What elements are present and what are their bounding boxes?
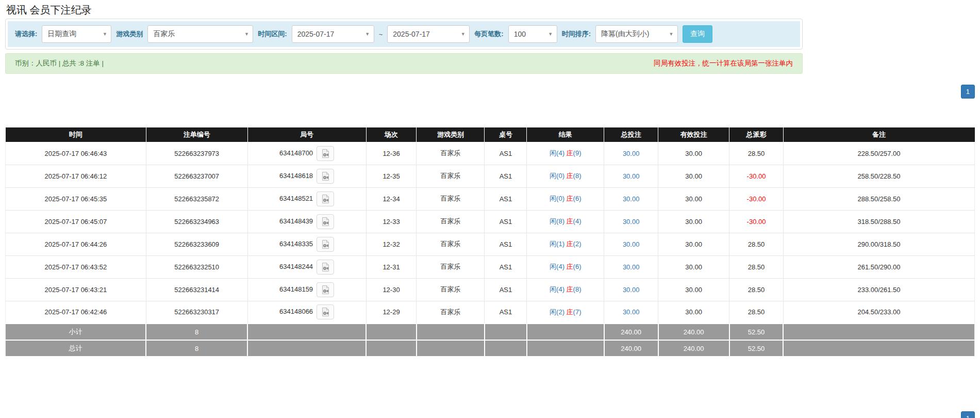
- subtotal-total-bet: 240.00: [604, 324, 658, 340]
- round-video-button[interactable]: [317, 282, 334, 297]
- total-bet-link[interactable]: 30.00: [623, 286, 640, 294]
- video-file-icon: [321, 239, 330, 249]
- round-video-button[interactable]: [317, 146, 334, 161]
- time-sort-select[interactable]: 降冪(由大到小) ▼: [595, 25, 678, 43]
- total-bet-link[interactable]: 30.00: [623, 240, 640, 248]
- table-row: 2025-07-17 06:43:52 522663232510 6341482…: [6, 255, 975, 278]
- subtotal-row: 小计 8 240.00 240.00 52.50: [6, 324, 975, 340]
- total-valid-bet: 240.00: [658, 340, 729, 357]
- date-to-value: 2025-07-17: [393, 30, 430, 38]
- total-bet-link[interactable]: 30.00: [623, 218, 640, 226]
- payout-cell: -30.00: [729, 165, 784, 187]
- session-cell: 12-30: [366, 278, 417, 301]
- round-id-cell: 634148159: [247, 278, 366, 301]
- total-label: 总计: [6, 340, 146, 357]
- date-from-select[interactable]: 2025-07-17 ▼: [292, 25, 374, 43]
- payout-cell: -30.00: [729, 187, 784, 210]
- remark-cell: 290.00/318.50: [783, 233, 974, 255]
- page-1-button[interactable]: 1: [961, 85, 975, 99]
- valid-bet-cell: 30.00: [658, 165, 729, 187]
- time-cell: 2025-07-17 06:44:26: [6, 233, 146, 255]
- game-type-cell: 百家乐: [417, 278, 485, 301]
- query-type-value: 日期查询: [47, 29, 76, 39]
- round-id: 634148521: [279, 194, 313, 202]
- game-type-cell: 百家乐: [417, 301, 485, 324]
- header-table-no: 桌号: [485, 127, 527, 142]
- page-size-value: 100: [514, 30, 526, 38]
- table-no-cell: AS1: [485, 165, 527, 187]
- table-row: 2025-07-17 06:45:35 522663235872 6341485…: [6, 187, 975, 210]
- total-bet-cell: 30.00: [604, 255, 658, 278]
- subtotal-count: 8: [146, 324, 247, 340]
- result-cell: 闲(0) 庄(6): [527, 187, 604, 210]
- result-banker: 庄: [567, 240, 573, 248]
- total-bet-link[interactable]: 30.00: [623, 263, 640, 271]
- query-button[interactable]: 查询: [683, 25, 712, 43]
- round-id: 634148244: [279, 262, 313, 270]
- result-banker-num: (8): [573, 172, 582, 180]
- payout-cell: 28.50: [729, 255, 784, 278]
- game-type-select[interactable]: 百家乐 ▼: [147, 25, 253, 43]
- valid-bet-cell: 30.00: [658, 301, 729, 324]
- result-player: 闲(2): [550, 308, 564, 316]
- header-round-id: 局号: [247, 127, 366, 142]
- game-type-cell: 百家乐: [417, 255, 485, 278]
- result-player: 闲(4): [550, 149, 564, 157]
- page-1-button[interactable]: 1: [961, 411, 975, 418]
- pagination-top: 1: [5, 85, 975, 99]
- time-sort-value: 降冪(由大到小): [601, 29, 649, 39]
- total-bet-cell: 30.00: [604, 278, 658, 301]
- page-title: 视讯 会员下注纪录: [6, 3, 975, 17]
- total-bet-link[interactable]: 30.00: [623, 172, 640, 180]
- round-video-button[interactable]: [317, 169, 334, 184]
- subtotal-valid-bet: 240.00: [658, 324, 729, 340]
- round-video-button[interactable]: [317, 237, 334, 252]
- subtotal-label: 小计: [6, 324, 146, 340]
- result-banker-num: (2): [573, 240, 582, 248]
- payout-cell: -30.00: [729, 210, 784, 233]
- time-cell: 2025-07-17 06:45:07: [6, 210, 146, 233]
- round-id-cell: 634148244: [247, 255, 366, 278]
- round-id: 634148335: [279, 239, 313, 247]
- result-cell: 闲(8) 庄(4): [527, 210, 604, 233]
- header-payout: 总派彩: [729, 127, 784, 142]
- table-no-cell: AS1: [485, 278, 527, 301]
- date-to-select[interactable]: 2025-07-17 ▼: [387, 25, 470, 43]
- total-payout: 52.50: [729, 340, 784, 357]
- table-row: 2025-07-17 06:45:07 522663234963 6341484…: [6, 210, 975, 233]
- game-type-value: 百家乐: [153, 29, 175, 39]
- round-video-button[interactable]: [317, 191, 334, 206]
- table-row: 2025-07-17 06:46:12 522663237007 6341486…: [6, 165, 975, 187]
- video-file-icon: [321, 217, 330, 227]
- game-type-cell: 百家乐: [417, 210, 485, 233]
- page-size-select[interactable]: 100 ▼: [508, 25, 557, 43]
- bet-id-cell: 522663230317: [146, 301, 247, 324]
- result-banker: 庄: [567, 195, 573, 202]
- valid-bet-cell: 30.00: [658, 278, 729, 301]
- header-remark: 备注: [783, 127, 974, 142]
- round-video-button[interactable]: [317, 260, 334, 275]
- chevron-down-icon: ▼: [98, 31, 111, 37]
- result-banker-num: (4): [573, 217, 582, 225]
- total-bet-cell: 30.00: [604, 165, 658, 187]
- video-file-icon: [321, 285, 330, 295]
- table-row: 2025-07-17 06:44:26 522663233609 6341483…: [6, 233, 975, 255]
- total-bet-cell: 30.00: [604, 210, 658, 233]
- filter-panel: 请选择: 日期查询 ▼ 游戏类别 百家乐 ▼ 时间区间: 2025-07-17 …: [5, 19, 803, 50]
- table-row: 2025-07-17 06:42:46 522663230317 6341480…: [6, 301, 975, 324]
- table-no-cell: AS1: [485, 301, 527, 324]
- round-id: 634148066: [279, 308, 313, 315]
- session-cell: 12-29: [366, 301, 417, 324]
- same-round-notice: 同局有效投注，统一计算在该局第一张注单内: [654, 59, 793, 68]
- chevron-down-icon: ▼: [544, 31, 557, 37]
- total-bet-link[interactable]: 30.00: [623, 308, 640, 316]
- round-video-button[interactable]: [317, 304, 334, 319]
- total-bet-link[interactable]: 30.00: [623, 150, 640, 157]
- total-bet-link[interactable]: 30.00: [623, 195, 640, 203]
- pagination-bottom: 1: [5, 411, 975, 418]
- round-video-button[interactable]: [317, 214, 334, 229]
- result-cell: 闲(0) 庄(8): [527, 165, 604, 187]
- query-type-select[interactable]: 日期查询 ▼: [42, 25, 111, 43]
- date-from-value: 2025-07-17: [297, 30, 335, 38]
- game-type-cell: 百家乐: [417, 165, 485, 187]
